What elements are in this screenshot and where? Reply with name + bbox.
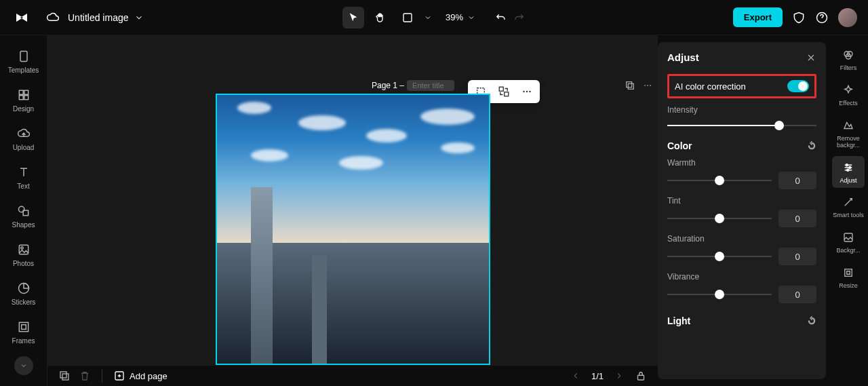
trash-icon[interactable] (79, 370, 91, 382)
right-item-remove-bg[interactable]: Remove backgr... (832, 114, 865, 153)
sidebar-item-templates[interactable]: Templates (3, 43, 44, 79)
frame-tool[interactable] (397, 7, 418, 28)
undo-button[interactable] (494, 12, 507, 24)
chevron-down-icon[interactable] (134, 13, 144, 22)
right-label: Remove backgr... (832, 136, 865, 149)
svg-rect-32 (845, 269, 852, 277)
lock-icon[interactable] (635, 370, 647, 382)
saturation-slider[interactable] (667, 251, 772, 262)
zoom-level[interactable]: 39% (446, 12, 463, 22)
shield-icon[interactable] (792, 11, 806, 24)
intensity-label: Intensity (667, 105, 816, 115)
tint-slider[interactable] (667, 213, 772, 224)
hand-tool[interactable] (370, 7, 391, 28)
right-label: Smart tools (833, 212, 864, 219)
svg-rect-24 (638, 375, 644, 380)
right-label: Filters (840, 65, 857, 72)
chevron-down-icon[interactable] (467, 14, 475, 22)
svg-rect-21 (60, 372, 66, 378)
canvas-area: Page 1 – (47, 35, 658, 386)
svg-rect-8 (19, 322, 28, 331)
redo-button[interactable] (513, 12, 526, 24)
selected-image[interactable] (216, 94, 490, 365)
help-icon[interactable] (815, 11, 829, 24)
expand-sidebar-button[interactable] (14, 356, 33, 375)
add-page-label: Add page (130, 371, 167, 381)
svg-point-6 (20, 247, 22, 249)
warmth-label: Warmth (667, 158, 816, 168)
light-section-title: Light (667, 315, 690, 326)
right-label: Resize (839, 283, 858, 290)
canvas-tools: 39% (342, 7, 526, 28)
saturation-value[interactable]: 0 (778, 248, 816, 265)
right-item-effects[interactable]: Effects (832, 79, 865, 111)
sidebar-label: Stickers (12, 298, 36, 306)
left-sidebar: Templates Design Upload Text Shapes Phot… (0, 35, 47, 386)
saturation-control: Saturation 0 (667, 234, 816, 265)
vibrance-slider[interactable] (667, 289, 772, 300)
warmth-control: Warmth 0 (667, 158, 816, 189)
export-button[interactable]: Export (733, 7, 783, 27)
page-counter: 1/1 (591, 371, 604, 381)
close-icon[interactable] (806, 52, 816, 63)
right-item-background[interactable]: Backgr... (832, 226, 865, 258)
vibrance-value[interactable]: 0 (778, 286, 816, 303)
add-page-button[interactable]: Add page (113, 370, 167, 382)
reset-icon[interactable] (807, 141, 816, 151)
sidebar-item-stickers[interactable]: Stickers (3, 275, 44, 311)
right-item-smart-tools[interactable]: Smart tools (832, 191, 865, 223)
bottom-bar: Add page 1/1 (47, 365, 658, 386)
svg-rect-9 (21, 325, 26, 330)
svg-rect-0 (403, 14, 412, 22)
intensity-slider[interactable] (667, 120, 816, 131)
warmth-value[interactable]: 0 (778, 172, 816, 189)
svg-point-28 (846, 163, 848, 166)
sidebar-label: Shapes (12, 221, 35, 229)
svg-rect-22 (62, 374, 68, 380)
sidebar-label: Templates (8, 66, 39, 74)
reset-icon[interactable] (807, 316, 816, 326)
svg-point-29 (849, 166, 851, 168)
pages-icon[interactable] (58, 370, 71, 382)
next-page-button[interactable] (614, 371, 624, 381)
tint-value[interactable]: 0 (778, 210, 816, 227)
sidebar-label: Upload (13, 144, 35, 151)
sidebar-item-photos[interactable]: Photos (3, 237, 44, 273)
warmth-slider[interactable] (667, 175, 772, 186)
sidebar-label: Photos (13, 260, 34, 267)
ai-color-correction-row: AI color correction (667, 74, 816, 98)
select-tool[interactable] (342, 7, 364, 28)
saturation-label: Saturation (667, 234, 816, 244)
ai-color-label: AI color correction (675, 81, 746, 92)
app-logo[interactable] (11, 7, 33, 28)
color-section-title: Color (667, 140, 692, 151)
sidebar-item-design[interactable]: Design (3, 82, 44, 118)
user-avatar[interactable] (838, 8, 857, 27)
right-sidebar: Filters Effects Remove backgr... Adjust … (829, 35, 868, 386)
sidebar-item-frames[interactable]: Frames (3, 314, 44, 350)
svg-rect-31 (844, 233, 852, 242)
vibrance-control: Vibrance 0 (667, 272, 816, 303)
right-item-adjust[interactable]: Adjust (832, 156, 865, 189)
sidebar-label: Text (17, 182, 29, 190)
cloud-sync-icon[interactable] (46, 11, 60, 24)
sidebar-item-upload[interactable]: Upload (3, 121, 44, 157)
right-item-filters[interactable]: Filters (832, 43, 865, 76)
right-label: Adjust (840, 178, 856, 185)
sidebar-item-text[interactable]: Text (3, 159, 44, 195)
prev-page-button[interactable] (571, 371, 580, 381)
svg-rect-5 (19, 245, 28, 254)
adjust-panel: Adjust AI color correction Intensity Col… (658, 42, 826, 379)
svg-point-30 (847, 169, 849, 171)
sidebar-label: Frames (12, 337, 35, 345)
sidebar-item-shapes[interactable]: Shapes (3, 198, 44, 234)
top-bar: Untitled image 39% Export (0, 0, 868, 35)
sidebar-label: Design (13, 105, 34, 113)
ai-color-toggle[interactable] (787, 80, 809, 92)
chevron-down-icon[interactable] (424, 14, 432, 22)
tint-control: Tint 0 (667, 196, 816, 227)
right-item-resize[interactable]: Resize (832, 261, 865, 294)
tint-label: Tint (667, 196, 816, 206)
document-title[interactable]: Untitled image (68, 12, 129, 23)
right-label: Effects (839, 100, 857, 107)
